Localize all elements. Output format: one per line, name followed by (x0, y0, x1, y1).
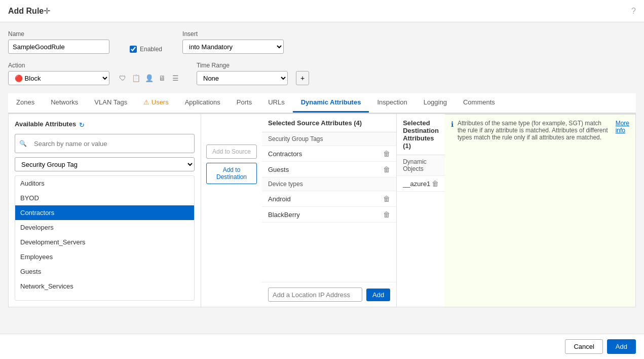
action-row: Action 🔴 Block Allow Trust Monitor 🛡 📋 👤… (8, 62, 636, 85)
tab-vlan-tags[interactable]: VLAN Tags (86, 93, 135, 113)
ip-input[interactable] (268, 288, 362, 302)
action-select[interactable]: 🔴 Block Allow Trust Monitor (8, 71, 109, 85)
source-item-label: BlackBerry (268, 211, 300, 219)
add-time-button[interactable]: + (296, 71, 309, 85)
action-icon-2[interactable]: 📋 (131, 73, 141, 83)
attribute-list: Auditors BYOD Contractors Developers Dev… (15, 175, 195, 301)
right-panels: Selected Source Attributes (4) Security … (262, 114, 445, 307)
search-icon: 🔍 (19, 140, 27, 147)
source-section-sgt: Security Group Tags (262, 132, 396, 146)
tab-urls[interactable]: URLs (260, 93, 293, 113)
action-icon-3[interactable]: 👤 (144, 73, 154, 83)
insert-select[interactable]: into Mandatory into Default Above Below (182, 40, 284, 54)
available-attributes-panel: Available Attributes ↻ 🔍 Security Group … (9, 114, 201, 307)
add-to-destination-button[interactable]: Add to Destination (206, 163, 257, 184)
columns-wrapper: Available Attributes ↻ 🔍 Security Group … (9, 114, 445, 307)
add-to-source-button[interactable]: Add to Source (206, 145, 257, 159)
dest-panel: Selected Destination Attributes (1) Dyna… (397, 114, 445, 307)
ip-row: Add (262, 282, 396, 307)
dest-panel-header: Selected Destination Attributes (1) (397, 114, 445, 155)
action-icon-1[interactable]: 🛡 (118, 73, 128, 83)
source-content: Security Group Tags Contractors 🗑 Guests… (262, 132, 396, 307)
time-range-select[interactable]: None (197, 71, 288, 85)
source-item-guests: Guests 🗑 (262, 162, 396, 177)
tab-logging[interactable]: Logging (415, 93, 455, 113)
add-ip-button[interactable]: Add (366, 289, 390, 301)
modal-header: Add Rule ✛ ? (0, 0, 644, 22)
delete-blackberry-icon[interactable]: 🗑 (383, 210, 390, 219)
dest-item-azure1: __azure1 🗑 (397, 176, 445, 192)
more-info-link[interactable]: More info (616, 120, 629, 134)
name-input[interactable] (8, 40, 109, 54)
action-form-row: 🔴 Block Allow Trust Monitor 🛡 📋 👤 🖥 ☰ (8, 71, 180, 85)
source-item-blackberry: BlackBerry 🗑 (262, 207, 396, 223)
info-bar: ℹ Attributes of the same type (for examp… (445, 114, 635, 307)
insert-group: Insert into Mandatory into Default Above… (182, 30, 284, 54)
available-attributes-title: Available Attributes (15, 120, 76, 128)
list-item-contractors[interactable]: Contractors (15, 205, 194, 220)
refresh-icon[interactable]: ↻ (79, 121, 85, 129)
delete-contractors-icon[interactable]: 🗑 (383, 150, 390, 158)
tab-users[interactable]: ⚠ Users (135, 93, 177, 113)
action-label: Action (8, 62, 180, 69)
source-item-label: Contractors (268, 150, 302, 158)
modal-footer: Cancel Add (0, 334, 644, 359)
list-item[interactable]: Developers (15, 220, 194, 235)
name-label: Name (8, 30, 109, 38)
search-input[interactable] (30, 136, 190, 151)
time-range-label: Time Range (197, 62, 309, 69)
action-group: Action 🔴 Block Allow Trust Monitor 🛡 📋 👤… (8, 62, 180, 85)
tab-applications[interactable]: Applications (177, 93, 229, 113)
source-item-contractors: Contractors 🗑 (262, 146, 396, 162)
enabled-checkbox[interactable] (130, 46, 137, 53)
tab-inspection[interactable]: Inspection (369, 93, 415, 113)
cancel-button[interactable]: Cancel (565, 339, 602, 354)
source-item-label: Android (268, 195, 291, 203)
list-item[interactable]: BYOD (15, 191, 194, 205)
add-button[interactable]: Add (607, 339, 636, 354)
search-box: 🔍 (15, 134, 195, 153)
tab-networks[interactable]: Networks (43, 93, 86, 113)
top-form-section: Name Enabled Insert into Mandatory into … (8, 30, 636, 54)
action-buttons-col: Add to Source Add to Destination (201, 114, 262, 307)
info-text: Attributes of the same type (for example… (458, 120, 612, 141)
list-item[interactable]: Development_Servers (15, 235, 194, 249)
action-icons: 🛡 📋 👤 🖥 ☰ (118, 73, 180, 83)
info-icon: ℹ (451, 120, 453, 128)
action-icon-5[interactable]: ☰ (170, 73, 180, 83)
move-icon[interactable]: ✛ (44, 6, 50, 16)
dest-section-dynobj: Dynamic Objects (397, 155, 445, 176)
insert-label: Insert (182, 30, 284, 38)
source-panel-header: Selected Source Attributes (4) (262, 114, 396, 132)
tab-zones[interactable]: Zones (8, 93, 43, 113)
tab-comments[interactable]: Comments (455, 93, 503, 113)
list-item[interactable]: Network_Services (15, 279, 194, 294)
add-rule-modal: Add Rule ✛ ? Name Enabled Insert into Ma… (0, 0, 644, 359)
list-item[interactable]: Guests (15, 264, 194, 279)
source-panel: Selected Source Attributes (4) Security … (262, 114, 397, 307)
tab-ports[interactable]: Ports (229, 93, 260, 113)
delete-guests-icon[interactable]: 🗑 (383, 165, 390, 173)
name-group: Name (8, 30, 109, 54)
tab-content: Available Attributes ↻ 🔍 Security Group … (8, 114, 636, 307)
list-item[interactable]: Auditors (15, 176, 194, 191)
action-icon-4[interactable]: 🖥 (157, 73, 167, 83)
source-item-label: Guests (268, 166, 289, 173)
available-attributes-header: Available Attributes ↻ (15, 120, 195, 130)
modal-title: Add Rule (8, 7, 44, 16)
source-item-android: Android 🗑 (262, 191, 396, 207)
source-section-device: Device types (262, 177, 396, 191)
type-select[interactable]: Security Group Tag Dynamic Object Device… (15, 157, 195, 171)
tab-dynamic-attributes[interactable]: Dynamic Attributes (293, 93, 369, 113)
delete-azure1-icon[interactable]: 🗑 (432, 180, 439, 188)
delete-android-icon[interactable]: 🗑 (383, 195, 390, 203)
tabs-bar: Zones Networks VLAN Tags ⚠ Users Applica… (8, 93, 636, 114)
dest-item-label: __azure1 (403, 180, 430, 188)
enabled-text: Enabled (140, 46, 162, 53)
list-item[interactable]: Employees (15, 249, 194, 264)
time-range-form-row: None + (197, 71, 309, 85)
enabled-label: Enabled (130, 46, 162, 53)
time-range-group: Time Range None + (197, 62, 309, 85)
enabled-group: Enabled (130, 30, 162, 54)
help-icon[interactable]: ? (631, 7, 636, 16)
